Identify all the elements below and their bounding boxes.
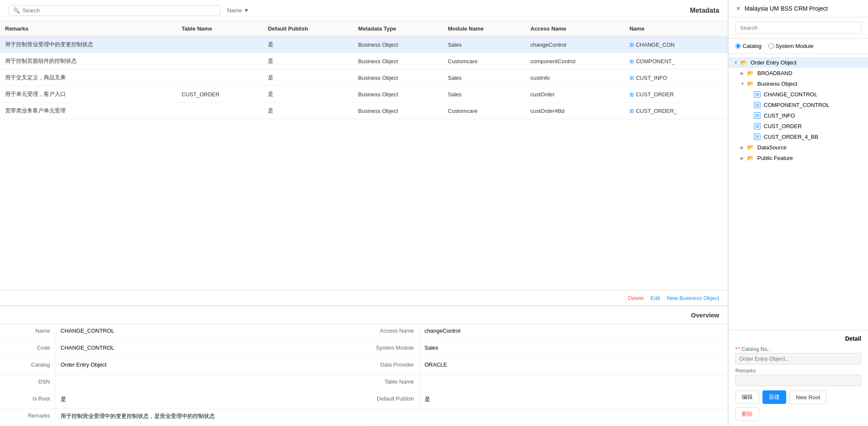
delete-button[interactable]: Delete — [628, 295, 644, 301]
grid-icon: ⊞ — [629, 58, 634, 64]
tree-item-label: Business Object — [757, 81, 797, 87]
cell-access-name: custInfo — [526, 70, 625, 86]
cell-module-name: Sales — [443, 70, 526, 86]
cell-module-name: Customcare — [443, 103, 526, 119]
tree-item-label: Order Entry Object — [751, 59, 796, 66]
tree-item-change_control[interactable]: ⊞ CHANGE_CONTROL — [729, 89, 868, 100]
search-icon: 🔍 — [13, 7, 20, 14]
tree-item-datasource[interactable]: ▶ 📂 DataSource — [729, 142, 868, 153]
cell-module-name: Sales — [443, 36, 526, 53]
col-default-publish: Default Publish — [263, 21, 353, 36]
overview-value: CHANGE_CONTROL — [55, 324, 364, 341]
tree-item-cust_order_4_bb[interactable]: ⊞ CUST_ORDER_4_BB — [729, 132, 868, 142]
system-module-radio-label[interactable]: System Module — [768, 43, 814, 49]
new-root-button[interactable]: New Root — [790, 390, 826, 404]
overview-label: Name — [0, 324, 55, 341]
tree-arrow: ▼ — [740, 81, 746, 86]
metadata-table-container: Remarks Table Name Default Publish Metad… — [0, 21, 728, 290]
table-row[interactable]: 用于单元受理，客户入口 CUST_ORDER 是 Business Object… — [0, 86, 728, 103]
table-row[interactable]: 用于控制页面组件的控制状态 是 Business Object Customca… — [0, 53, 728, 70]
overview-cell: Catalog Order Entry Object — [0, 358, 364, 375]
tree-item-business-object[interactable]: ▼ 📂 Business Object — [729, 78, 868, 89]
table-row[interactable]: 用于交叉定义，商品叉乘 是 Business Object Sales cust… — [0, 70, 728, 86]
sidebar-search-input[interactable] — [735, 22, 861, 34]
db-icon: ⊞ — [754, 102, 760, 108]
overview-cell: System Module Sales — [364, 341, 728, 358]
catalog-radio[interactable] — [735, 43, 741, 49]
tree-item-cust_order[interactable]: ⊞ CUST_ORDER — [729, 121, 868, 132]
required-star: * — [735, 346, 737, 352]
tree-item-component_control[interactable]: ⊞ COMPONENT_CONTROL — [729, 100, 868, 110]
cell-table-name — [176, 53, 263, 70]
chevron-down-icon: ▼ — [735, 5, 741, 12]
overview-cell: Table Name — [364, 375, 728, 392]
col-name: Name — [624, 21, 728, 36]
overview-cell: Default Publish 是 — [364, 392, 728, 409]
delete-detail-wrapper: 删除 — [735, 407, 861, 421]
cell-access-name: changeControl — [526, 36, 625, 53]
tree-arrow: ▶ — [740, 145, 746, 150]
tree-item-label: CUST_ORDER — [764, 123, 802, 129]
remarks-input[interactable] — [735, 375, 861, 386]
tree-item-order-entry-object[interactable]: ▼ 📂 Order Entry Object — [729, 57, 868, 68]
tree-item-broadband[interactable]: ▶ 📂 BROADBAND — [729, 68, 868, 78]
tree-item-label: CHANGE_CONTROL — [764, 91, 817, 98]
cell-name: ⊞CUST_ORDER — [624, 86, 728, 103]
cell-table-name — [176, 70, 263, 86]
tree-item-label: CUST_INFO — [764, 112, 795, 119]
cell-remarks: 用于交叉定义，商品叉乘 — [0, 70, 176, 86]
overview-label: Is Root — [0, 392, 55, 409]
folder-icon: 📂 — [747, 70, 754, 76]
overview-cell: Access Name changeControl — [364, 324, 728, 341]
overview-label: Catalog — [0, 358, 55, 375]
catalog-radio-label[interactable]: Catalog — [735, 43, 762, 49]
table-header-row: Remarks Table Name Default Publish Metad… — [0, 21, 728, 36]
remarks-field: Remarks — [735, 368, 861, 386]
name-filter-dropdown[interactable]: Name ▼ — [227, 7, 249, 14]
detail-section: Detail * * Catalog Na... Remarks 编辑 新建 N… — [729, 330, 868, 426]
overview-value: CHANGE_CONTROL — [55, 341, 364, 358]
cell-metadata-type: Business Object — [353, 103, 443, 119]
system-module-radio[interactable] — [768, 43, 774, 49]
cell-name: ⊞CUST_INFO — [624, 70, 728, 86]
overview-label: Remarks — [0, 409, 55, 426]
overview-cell: Code CHANGE_CONTROL — [0, 341, 364, 358]
table-row[interactable]: 宽带类业务客户单元受理 是 Business Object Customcare… — [0, 103, 728, 119]
catalog-name-input[interactable] — [735, 353, 861, 364]
folder-icon: 📂 — [747, 144, 754, 151]
col-table-name: Table Name — [176, 21, 263, 36]
delete-detail-button[interactable]: 删除 — [735, 407, 759, 421]
detail-title: Detail — [735, 335, 861, 342]
catalog-radio-text: Catalog — [743, 43, 762, 49]
cell-module-name: Customcare — [443, 53, 526, 70]
cell-metadata-type: Business Object — [353, 86, 443, 103]
sidebar-project-header[interactable]: ▼ Malaysia UM BSS CRM Project — [729, 0, 868, 17]
overview-cell: Name CHANGE_CONTROL — [0, 324, 364, 341]
edit-button[interactable]: Edit — [651, 295, 660, 301]
metadata-search-bar[interactable]: 🔍 — [8, 5, 220, 16]
db-icon: ⊞ — [754, 91, 760, 98]
overview-value: Order Entry Object — [55, 358, 364, 375]
metadata-search-input[interactable] — [22, 7, 216, 14]
tree-arrow: ▶ — [740, 156, 746, 160]
cell-table-name — [176, 36, 263, 53]
action-bar: Delete Edit New Business Object — [0, 290, 728, 305]
cell-remarks: 用于单元受理，客户入口 — [0, 86, 176, 103]
new-detail-button[interactable]: 新建 — [762, 390, 786, 404]
edit-detail-button[interactable]: 编辑 — [735, 390, 759, 404]
tree-item-label: CUST_ORDER_4_BB — [764, 134, 818, 140]
overview-label: Access Name — [364, 324, 419, 341]
table-body: 用于控制营业受理中的变更控制状态 是 Business Object Sales… — [0, 36, 728, 119]
table-row[interactable]: 用于控制营业受理中的变更控制状态 是 Business Object Sales… — [0, 36, 728, 53]
folder-icon: 📂 — [747, 155, 754, 161]
tree-item-cust_info[interactable]: ⊞ CUST_INFO — [729, 110, 868, 121]
overview-value: 是 — [55, 392, 364, 409]
remarks-label: Remarks — [735, 368, 861, 374]
db-icon: ⊞ — [754, 112, 760, 119]
overview-label: System Module — [364, 341, 419, 358]
grid-icon: ⊞ — [629, 42, 634, 48]
col-remarks: Remarks — [0, 21, 176, 36]
overview-cell: Data Provider ORACLE — [364, 358, 728, 375]
tree-item-public-feature[interactable]: ▶ 📂 Public Feature — [729, 153, 868, 163]
new-business-object-button[interactable]: New Business Object — [667, 295, 719, 301]
